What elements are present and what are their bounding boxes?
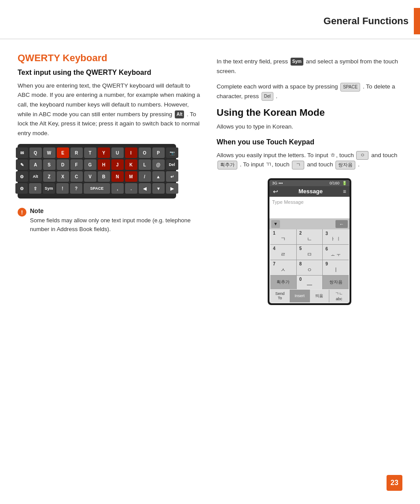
kb-key-left: ◀ [139,183,151,194]
note-content: Note Some fields may allow only one text… [30,207,203,233]
page-number: 23 [387,475,402,491]
phone-status-bar: 3G ▪▪▪ 0/160 🔋 [269,180,350,186]
kor-badge-1a: ㅇ [356,151,368,160]
kb-key-b: B [98,171,110,182]
kb-row-4: ⚙ ⇧ Sym ! ? SPACE , . ◀ ▼ ▶ [20,183,173,194]
left-column: QWERTY Keyboard Text input using the QWE… [18,52,203,305]
kb-key-o: O [139,147,151,158]
phone-placeholder: Type Message [272,199,304,205]
phone-menu-icon[interactable]: ≡ [343,188,346,195]
kb-key-s: S [43,159,55,170]
phone-kb-2[interactable]: 2 ㄴ [297,229,323,244]
kb-key-down: ▼ [152,183,165,194]
phone-kb-8[interactable]: 8 ㅇ [297,260,323,275]
phone-kb-hoikchu[interactable]: 획추가 [270,276,296,289]
phone-kb-0[interactable]: 0 — [297,276,323,289]
phone-kb-6[interactable]: 6 ㅗ ㅜ [323,245,349,260]
kb-key-del: Del [166,159,178,170]
phone-kb-ssang[interactable]: 쌍자음 [323,276,349,289]
phone-title-bar: ↩ Message ≡ [269,186,350,197]
phone-kb-grid: 1 ㄱ 2 ㄴ 3 ㅏ ㅣ 4 ㄹ [270,229,349,289]
right-body-space: Complete each word with a space by press… [217,82,402,101]
kb-key-period: . [125,183,137,194]
kb-key-c: C [70,171,83,182]
kb-key-slash: / [139,171,151,182]
kb-key-z: Z [43,171,55,182]
kb-key-d: D [57,159,69,170]
touch-keypad-body: Allows you easily input the letters. To … [217,151,402,169]
kb-key-up: ▲ [152,171,165,182]
phone-inner: 3G ▪▪▪ 0/160 🔋 ↩ Message ≡ Type Message [269,180,350,303]
right-body-sym: In the text entry field, press Sym and s… [217,57,402,76]
kb-key-v: V [84,171,96,182]
phone-insert[interactable]: Insert [290,290,309,302]
phone-kb-1[interactable]: 1 ㄱ [270,229,296,244]
sym-key-badge: Sym [291,58,303,66]
kor-badge-2b: 쌍자음 [335,161,355,169]
kb-key-fn: ⚙ [15,183,28,194]
kb-key-comma: , [111,183,124,194]
phone-backspace[interactable]: ← [335,220,348,228]
phone-send-to[interactable]: Send 23 To [270,290,290,302]
kb-key-w: W [43,147,55,158]
phone-text-area[interactable]: Type Message [269,197,350,219]
kb-key-f: F [70,159,83,170]
phone-back-button[interactable]: ↩ [273,188,278,195]
kb-key-cam: 📷 [166,147,178,158]
qwerty-keyboard-image: ✉ Q W E R T Y U I O P 📷 ✎ A S D F G H [18,144,176,199]
phone-kb-top: ▼ ← [269,219,350,229]
note-icon: ! [18,208,26,217]
alt-key-badge: Alt [175,110,184,118]
kb-key-l: L [139,159,151,170]
korean-section-title: Using the Korean Mode [217,107,402,118]
main-content: QWERTY Keyboard Text input using the QWE… [0,52,420,305]
phone-bottom-bar: Send 23 To Insert 띄움 ㄱㄴ abc [270,290,349,302]
kb-key-x: X [57,171,69,182]
kb-key-t: T [84,147,96,158]
header-accent-bar [414,8,420,34]
phone-counter: 0/160 [329,181,339,185]
kb-key-msg: ✎ [16,159,28,170]
kb-key-at: @ [152,159,165,170]
sub-title-text-input: Text input using the QWERTY Keyboard [18,68,203,77]
kb-key-alt: Alt [29,171,42,182]
phone-kb-5[interactable]: 5 ㅁ [297,245,323,260]
kb-key-r: R [70,147,83,158]
kb-key-u: U [111,147,124,158]
phone-title: Message [298,188,323,195]
phone-battery: 🔋 [342,181,347,185]
kb-key-settings: ⚙ [16,171,28,182]
kb-key-excl: ! [56,183,69,194]
kb-key-j: J [111,159,124,170]
kb-key-a: A [29,159,42,170]
kb-key-p: P [152,147,165,158]
kb-key-right: ▶ [166,183,178,194]
kb-key-m: M [125,171,137,182]
korean-body: Allows you to type in Korean. [217,122,402,132]
note-box: ! Note Some fields may allow only one te… [18,207,203,233]
kb-key-y: Y [98,147,110,158]
kb-key-quest: ? [70,183,82,194]
kb-row-3: ⚙ Alt Z X C V B N M / ▲ ↵ [20,171,173,182]
kor-badge-1b: 획추가 [217,161,237,169]
phone-kb-7[interactable]: 7 ㅅ [270,260,296,275]
right-column: In the text entry field, press Sym and s… [217,52,402,305]
phone-signal: 3G ▪▪▪ [272,181,283,185]
kb-key-h: H [98,159,110,170]
phone-down-arrow[interactable]: ▼ [271,220,280,228]
phone-ttioum[interactable]: 띄움 [310,290,329,302]
phone-kb-9[interactable]: 9 ㅣ [323,260,349,275]
kb-row-1: ✉ Q W E R T Y U I O P 📷 [20,147,173,158]
kb-key-space: SPACE [84,183,110,194]
page-header: General Functions [0,0,420,39]
phone-kb-4[interactable]: 4 ㄹ [270,245,296,260]
phone-kb-3[interactable]: 3 ㅏ ㅣ [323,229,349,244]
header-title: General Functions [324,15,409,27]
kb-key-enter: ↵ [166,171,178,182]
body-text-1: When you are entering text, the QWERTY k… [18,81,203,138]
kb-key-e: E [57,147,69,158]
note-title: Note [30,207,203,214]
section-title-qwerty: QWERTY Keyboard [18,52,203,64]
phone-abc[interactable]: ㄱㄴ abc [329,290,349,302]
kor-badge-2a: ㄱ [292,161,304,169]
